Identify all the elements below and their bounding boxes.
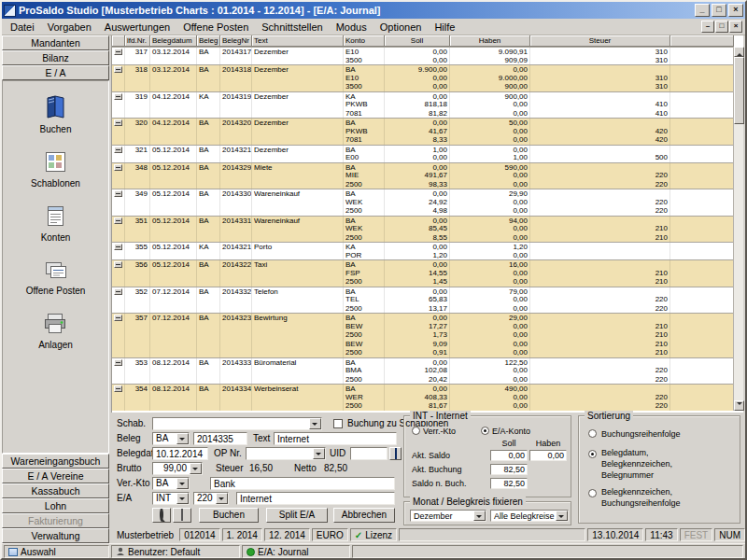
table-row[interactable]: POR1,200,00: [112, 251, 734, 260]
table-row[interactable]: WEK85,450,00210: [112, 224, 734, 233]
uid-input[interactable]: [350, 447, 388, 460]
scroll-down-arrow-icon[interactable]: [734, 400, 744, 411]
row-marker-button[interactable]: [114, 385, 122, 392]
verkto-select[interactable]: BA: [152, 477, 190, 490]
menu-optionen[interactable]: Optionen: [374, 20, 429, 35]
uid-check-button[interactable]: [389, 447, 402, 460]
table-row[interactable]: 35505.12.2014KA2014321PortoKA0,001,20: [112, 242, 734, 251]
table-row[interactable]: TEL65,830,00220: [112, 295, 734, 304]
eakonto-radio[interactable]: [481, 427, 489, 435]
row-marker-button[interactable]: [114, 49, 122, 55]
auswahl-cell[interactable]: Auswahl: [4, 545, 109, 558]
belegkreis-select[interactable]: Alle Belegkreise: [490, 510, 569, 522]
table-row[interactable]: 250020,420,00220: [112, 375, 734, 385]
tool-konten[interactable]: Konten: [41, 204, 71, 243]
table-row[interactable]: BEW17,270,00210: [112, 322, 734, 331]
table-row[interactable]: PKWB818,180,00410: [112, 100, 734, 109]
table-row[interactable]: 35408.12.2014BA2014334WerbeinseratBA0,00…: [112, 384, 734, 393]
col-soll[interactable]: Soll: [385, 35, 450, 47]
table-row[interactable]: 25000,910,00210: [112, 348, 734, 357]
ea-tax-select[interactable]: 220: [193, 492, 229, 505]
table-row[interactable]: 35605.12.2014BA2014322TaxiBA0,0016,00: [112, 259, 734, 269]
table-row[interactable]: 25004,980,00220: [112, 206, 734, 216]
menu-hilfe[interactable]: Hilfe: [428, 20, 461, 35]
buchen-button[interactable]: Buchen: [199, 508, 259, 523]
chevron-down-icon[interactable]: [176, 493, 189, 504]
table-row[interactable]: 25001,730,00210: [112, 330, 734, 340]
tool-anlagen[interactable]: Anlagen: [38, 312, 73, 350]
col-konto[interactable]: Konto: [344, 35, 385, 47]
mdi-restore-button[interactable]: □: [715, 21, 728, 33]
menu-offene-posten[interactable]: Offene Posten: [176, 20, 255, 35]
tool-schablonen[interactable]: Schablonen: [31, 150, 80, 189]
table-row[interactable]: 32105.12.2014BA2014321DezemberBA1,000,00: [112, 145, 734, 154]
schablone-select[interactable]: [152, 417, 322, 430]
table-row[interactable]: PKWB41,670,00420: [112, 127, 734, 136]
chevron-down-icon[interactable]: [473, 511, 486, 521]
table-row[interactable]: BMA102,080,00220: [112, 366, 734, 375]
tool-offene-posten[interactable]: Offene Posten: [26, 259, 86, 296]
table-row[interactable]: 34905.12.2014BA2014330WareneinkaufBA0,00…: [112, 189, 734, 198]
table-row[interactable]: E000,001,00500: [112, 153, 734, 162]
menu-auswertungen[interactable]: Auswertungen: [98, 20, 176, 35]
table-row[interactable]: 31904.12.2014KA2014319DezemberKA0,00900,…: [112, 91, 734, 101]
chevron-down-icon[interactable]: [313, 448, 325, 459]
table-row[interactable]: 35000,00909,09310: [112, 56, 734, 65]
row-marker-button[interactable]: [114, 359, 122, 366]
mdi-close-button[interactable]: ×: [729, 21, 742, 33]
sidebar-item-ea[interactable]: E / A: [2, 65, 109, 80]
row-marker-button[interactable]: [114, 147, 122, 153]
opnr-select[interactable]: [246, 447, 326, 460]
chevron-down-icon[interactable]: [216, 493, 228, 504]
row-marker-button[interactable]: [114, 190, 122, 197]
table-row[interactable]: 35105.12.2014BA2014331WareneinkaufBA0,00…: [112, 216, 734, 225]
col-beleg[interactable]: Beleg: [197, 35, 220, 47]
table-row[interactable]: WER408,330,00220: [112, 393, 734, 402]
search-button[interactable]: [152, 508, 171, 523]
sidebar-item-ea-vereine[interactable]: E / A Vereine: [2, 469, 109, 483]
split-ea-button[interactable]: Split E/A: [266, 508, 328, 523]
table-row[interactable]: 35707.12.2014BA2014323BewirtungBA0,0029,…: [112, 313, 734, 322]
row-marker-button[interactable]: [114, 119, 122, 126]
chevron-down-icon[interactable]: [556, 511, 568, 521]
ea-name-input[interactable]: [236, 492, 395, 505]
maximize-button[interactable]: □: [712, 4, 726, 17]
table-row[interactable]: BEW9,090,00210: [112, 340, 734, 349]
chevron-down-icon[interactable]: [309, 418, 321, 429]
row-marker-button[interactable]: [114, 244, 122, 250]
sidebar-item-wareneingangsbuch[interactable]: Wareneingangsbuch: [2, 454, 109, 469]
chevron-down-icon[interactable]: [176, 433, 189, 444]
sidebar-item-kassabuch[interactable]: Kassabuch: [2, 483, 109, 498]
tool-buchen[interactable]: Buchen: [40, 94, 72, 134]
chevron-down-icon[interactable]: [190, 463, 202, 474]
beleg-nr-input[interactable]: [193, 432, 247, 445]
row-marker-button[interactable]: [114, 66, 122, 73]
table-row[interactable]: 34805.12.2014BA2014329MieteBA0,00590,00: [112, 162, 734, 172]
scroll-up-arrow-icon[interactable]: [734, 47, 744, 57]
menu-vorgaben[interactable]: Vorgaben: [41, 20, 98, 35]
row-marker-button[interactable]: [114, 164, 122, 171]
row-marker-button[interactable]: [114, 288, 122, 295]
sort-belegdatum-radio[interactable]: [588, 450, 597, 458]
verkto-name-input[interactable]: [210, 477, 395, 490]
brutto-input[interactable]: 99,00: [152, 462, 203, 475]
chevron-down-icon[interactable]: [176, 478, 189, 489]
text-input[interactable]: [274, 432, 397, 445]
table-row[interactable]: 35308.12.2014BA2014333BüromaterialBA0,00…: [112, 357, 734, 367]
close-button[interactable]: ×: [728, 4, 743, 17]
mdi-minimize-button[interactable]: –: [701, 21, 714, 33]
monat-select[interactable]: Dezember: [410, 510, 486, 522]
menu-schnittstellen[interactable]: Schnittstellen: [255, 20, 329, 35]
schablonen-checkbox[interactable]: [333, 419, 343, 428]
list-button[interactable]: [173, 508, 191, 523]
table-row[interactable]: WEK24,920,00220: [112, 198, 734, 207]
verrkto-radio[interactable]: [412, 427, 420, 435]
table-row[interactable]: 25001,450,00210: [112, 277, 734, 287]
table-row[interactable]: 31803.12.2014BA2014318DezemberBA9.900,00…: [112, 64, 734, 74]
ea-select[interactable]: INT: [152, 492, 190, 505]
col-steuer[interactable]: Steuer: [530, 35, 670, 47]
belegdat-input[interactable]: [152, 447, 208, 460]
minimize-button[interactable]: _: [695, 4, 710, 17]
table-row[interactable]: 31703.12.2014BA2014317DezemberE100,009.0…: [112, 47, 734, 56]
row-marker-button[interactable]: [114, 93, 122, 100]
